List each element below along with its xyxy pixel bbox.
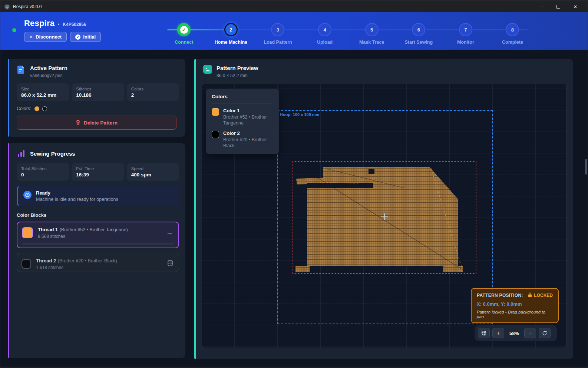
machine-serial: K4P502956 bbox=[63, 22, 86, 27]
position-coordinates: X: 0.0mm, Y: 0.0mm bbox=[477, 301, 553, 307]
step-complete[interactable]: 8 Complete bbox=[489, 12, 536, 45]
fit-view-button[interactable] bbox=[478, 328, 490, 338]
thread2-swatch bbox=[22, 259, 31, 269]
hoop-label: Hoop: 100 x 100 mm bbox=[280, 112, 319, 117]
step-mask-trace[interactable]: 5 Mask Trace bbox=[348, 12, 395, 45]
maximize-icon bbox=[556, 5, 560, 9]
step-circle[interactable]: 7 bbox=[459, 23, 472, 36]
connection-status-dot bbox=[12, 28, 16, 32]
card-accent bbox=[194, 59, 196, 359]
status-title: Ready bbox=[36, 190, 118, 196]
color2-detail: Brother #20 • Brother Black bbox=[223, 137, 273, 149]
step-label: Home Machine bbox=[215, 40, 247, 45]
stat-value: 400 spm bbox=[131, 172, 175, 178]
step-start-sewing[interactable]: 6 Start Sewing bbox=[395, 12, 442, 45]
thread2-name: Thread 2 bbox=[36, 258, 56, 263]
stat-label: Speed bbox=[131, 166, 175, 171]
step-label: Complete bbox=[502, 40, 523, 45]
machine-status-box: Ready Machine is idle and ready for oper… bbox=[17, 186, 179, 206]
image-icon bbox=[203, 65, 212, 74]
status-description: Machine is idle and ready for operations bbox=[36, 197, 118, 202]
zoom-in-button[interactable]: + bbox=[492, 328, 504, 338]
stat-est-time: Est. Time 16:39 bbox=[72, 163, 124, 181]
reset-view-button[interactable] bbox=[539, 328, 551, 338]
preview-canvas[interactable]: Hoop: 100 x 100 mm bbox=[202, 84, 567, 348]
thread1-swatch bbox=[22, 227, 33, 238]
delete-pattern-button[interactable]: Delete Pattern bbox=[17, 116, 176, 130]
step-connect[interactable]: ✓ Connect bbox=[161, 12, 208, 45]
step-circle[interactable]: 4 bbox=[318, 23, 331, 36]
step-circle[interactable]: 6 bbox=[412, 23, 425, 36]
color1-swatch bbox=[212, 108, 219, 116]
zoom-out-button[interactable]: − bbox=[524, 328, 536, 338]
arrow-right-icon: → bbox=[166, 229, 173, 237]
disconnect-button[interactable]: ✕ Disconnect bbox=[24, 32, 67, 42]
app-header: Respira • K4P502956 ✕ Disconnect ✓ Initi… bbox=[0, 12, 588, 50]
step-circle[interactable]: 5 bbox=[365, 23, 379, 36]
thread1-detail: (Brother #52 • Brother Tangerine) bbox=[60, 227, 128, 232]
brand-title: Respira bbox=[24, 19, 54, 28]
thread1-stitches: 8.568 stitches bbox=[38, 234, 128, 239]
step-circle[interactable]: 3 bbox=[271, 23, 284, 36]
legend-entry-color2: Color 2 Brother #20 • Brother Black bbox=[212, 130, 273, 149]
legend-entry-color1: Color 1 Brother #52 • Brother Tangerine bbox=[212, 108, 273, 126]
color1-detail: Brother #52 • Brother Tangerine bbox=[223, 115, 273, 126]
clock-icon bbox=[23, 191, 32, 199]
color-blocks-heading: Color Blocks bbox=[8, 206, 185, 218]
step-label: Monitor bbox=[457, 40, 474, 45]
stat-value: 0 bbox=[21, 172, 65, 178]
color2-swatch bbox=[212, 131, 219, 138]
stat-value: 10.186 bbox=[76, 92, 119, 98]
close-icon: ✕ bbox=[29, 34, 33, 40]
legend-title: Colors bbox=[212, 94, 273, 99]
stat-label: Est. Time bbox=[76, 166, 119, 171]
position-title: PATTERN POSITION: bbox=[477, 293, 523, 298]
stat-label: Size bbox=[21, 87, 65, 91]
window-scrollbar-thumb[interactable] bbox=[585, 159, 587, 175]
step-label: Load Pattern bbox=[264, 40, 292, 45]
check-badge-icon: ✓ bbox=[75, 34, 80, 40]
thread1-progress-bar bbox=[22, 243, 174, 245]
step-circle-done[interactable]: ✓ bbox=[177, 23, 191, 36]
delete-pattern-label: Delete Pattern bbox=[84, 120, 118, 126]
card-accent bbox=[8, 143, 9, 358]
step-home-machine[interactable]: 2 Home Machine bbox=[208, 12, 255, 45]
thread2-color-dot bbox=[42, 106, 47, 111]
step-circle-active[interactable]: 2 bbox=[224, 23, 238, 36]
step-label: Connect bbox=[175, 40, 193, 45]
pattern-position-overlay: PATTERN POSITION: LOCKED X: 0.0mm, Y: 0.… bbox=[471, 288, 559, 323]
step-label: Upload bbox=[317, 40, 333, 45]
stat-value: 16:39 bbox=[76, 172, 119, 178]
check-icon: ✓ bbox=[180, 26, 188, 34]
titlebar[interactable]: Respira v0.0.0 ✕ bbox=[0, 1, 588, 12]
thread-1-row[interactable]: Thread 1 (Brother #52 • Brother Tangerin… bbox=[17, 222, 179, 248]
thread1-color-dot bbox=[34, 106, 39, 111]
zoom-toolbar: + 58% − bbox=[475, 325, 557, 341]
trash-icon bbox=[76, 120, 80, 126]
sewing-progress-title: Sewing Progress bbox=[30, 150, 75, 157]
step-circle[interactable]: 8 bbox=[506, 23, 519, 36]
stat-stitches: Stitches 10.186 bbox=[72, 83, 124, 101]
color1-name: Color 1 bbox=[223, 108, 273, 113]
bar-chart-icon bbox=[17, 149, 26, 158]
initial-button[interactable]: ✓ Initial bbox=[70, 32, 101, 42]
thread-2-row[interactable]: Thread 2 (Brother #20 • Brother Black) 1… bbox=[17, 253, 179, 272]
minimize-icon bbox=[539, 7, 544, 7]
preview-title: Pattern Preview bbox=[217, 65, 258, 71]
step-load-pattern[interactable]: 3 Load Pattern bbox=[254, 12, 301, 45]
active-pattern-card: Active Pattern valetudogv2.pes Size 86.0… bbox=[8, 59, 185, 137]
workflow-stepper: ✓ Connect 2 Home Machine 3 Load Pattern … bbox=[161, 12, 536, 45]
stat-colors: Colors 2 bbox=[127, 83, 179, 101]
minimize-button[interactable] bbox=[533, 1, 550, 12]
step-upload[interactable]: 4 Upload bbox=[301, 12, 348, 45]
lock-icon bbox=[528, 292, 532, 298]
sewing-progress-card: Sewing Progress Total Stitches 0 Est. Ti… bbox=[8, 143, 185, 358]
maximize-button[interactable] bbox=[550, 1, 567, 12]
close-button[interactable]: ✕ bbox=[567, 1, 584, 12]
thread1-name: Thread 1 bbox=[38, 227, 58, 232]
background-window-sliver bbox=[0, 367, 588, 368]
document-icon bbox=[17, 65, 26, 74]
step-monitor[interactable]: 7 Monitor bbox=[442, 12, 489, 45]
stat-size: Size 86.0 x 52.2 mm bbox=[17, 83, 69, 101]
app-logo-icon bbox=[4, 4, 10, 10]
